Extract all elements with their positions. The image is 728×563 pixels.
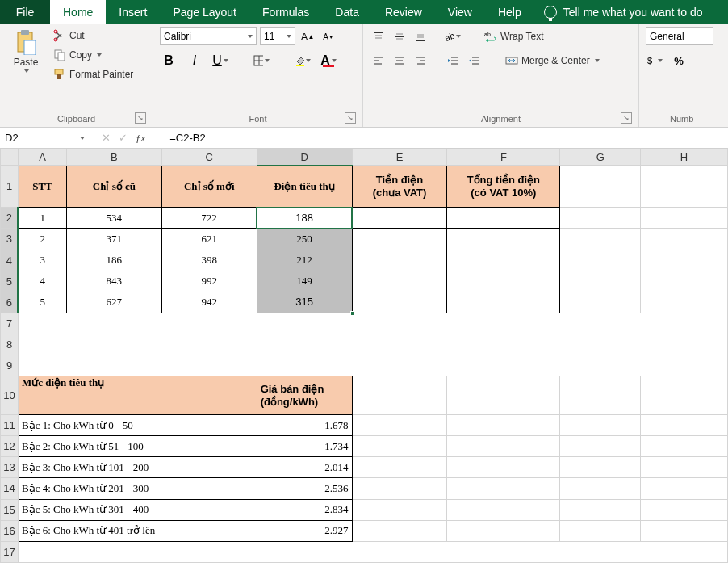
cell-A15[interactable]: Bậc 5: Cho kWh từ 301 - 400	[18, 499, 257, 520]
cell-A6[interactable]: 5	[18, 292, 66, 313]
orientation-button[interactable]: ab	[444, 27, 462, 45]
row-3[interactable]: 3	[1, 229, 19, 250]
cell-C6[interactable]: 942	[161, 292, 257, 313]
align-center-button[interactable]	[391, 52, 408, 69]
cut-button[interactable]: Cut	[50, 27, 136, 44]
cell-D15[interactable]: 2.834	[257, 499, 352, 520]
fill-color-button[interactable]	[294, 52, 312, 69]
alignment-dialog-launcher[interactable]: ↘	[621, 112, 632, 124]
cell-F6[interactable]	[447, 292, 560, 313]
cell-E4[interactable]	[352, 250, 447, 271]
font-dialog-launcher[interactable]: ↘	[345, 112, 356, 124]
tab-file[interactable]: File	[0, 0, 50, 24]
cell-A3[interactable]: 2	[18, 229, 66, 250]
percent-format-button[interactable]: %	[670, 52, 688, 69]
cell-D10[interactable]: Giá bán điện(đồng/kWh)	[257, 376, 352, 415]
align-left-button[interactable]	[370, 52, 387, 69]
enter-formula-icon[interactable]: ✓	[119, 132, 128, 144]
cell-A12[interactable]: Bậc 2: Cho kWh từ 51 - 100	[18, 436, 257, 457]
increase-font-button[interactable]: A▲	[299, 27, 316, 45]
row-14[interactable]: 14	[1, 478, 19, 499]
increase-indent-button[interactable]	[465, 52, 483, 69]
cell-H4[interactable]	[641, 250, 728, 271]
cell-A16[interactable]: Bậc 6: Cho kWh từ 401 trở lên	[18, 520, 257, 541]
cell-G1[interactable]	[560, 166, 641, 208]
cell-F1[interactable]: Tổng tiền điện(có VAT 10%)	[447, 166, 560, 208]
align-top-button[interactable]	[370, 27, 387, 45]
cell-D11[interactable]: 1.678	[257, 414, 352, 435]
bold-button[interactable]: B	[160, 52, 178, 69]
row-7[interactable]: 7	[1, 313, 19, 334]
cell-D5[interactable]: 149	[257, 271, 352, 292]
worksheet-grid[interactable]: A B C D E F G H 1 STT Chỉ số cũ Chỉ số m…	[0, 149, 728, 563]
italic-button[interactable]: I	[186, 52, 203, 69]
font-name-dropdown[interactable]: Calibri	[160, 27, 257, 45]
tab-view[interactable]: View	[435, 0, 485, 24]
row-6[interactable]: 6	[1, 292, 19, 313]
cell-A1[interactable]: STT	[18, 166, 66, 208]
cell-E5[interactable]	[352, 271, 447, 292]
align-middle-button[interactable]	[391, 27, 408, 45]
cell-F3[interactable]	[447, 229, 560, 250]
cell-G6[interactable]	[560, 292, 641, 313]
cell-B4[interactable]: 186	[66, 250, 161, 271]
column-headers[interactable]: A B C D E F G H	[1, 149, 728, 166]
tab-data[interactable]: Data	[322, 0, 372, 24]
cell-B1[interactable]: Chỉ số cũ	[66, 166, 161, 208]
accounting-format-button[interactable]: $	[646, 52, 663, 69]
select-all-corner[interactable]	[1, 149, 19, 166]
cell-G3[interactable]	[560, 229, 641, 250]
cancel-formula-icon[interactable]: ✕	[102, 132, 111, 144]
cell-B3[interactable]: 371	[66, 229, 161, 250]
row-4[interactable]: 4	[1, 250, 19, 271]
format-painter-button[interactable]: Format Painter	[50, 66, 136, 82]
cell-D16[interactable]: 2.927	[257, 520, 352, 541]
cell-E1[interactable]: Tiền điện(chưa VAT)	[352, 166, 447, 208]
cell-A14[interactable]: Bậc 4: Cho kWh từ 201 - 300	[18, 478, 257, 499]
tab-review[interactable]: Review	[372, 0, 435, 24]
row-9[interactable]: 9	[1, 355, 19, 376]
cell-C1[interactable]: Chỉ số mới	[161, 166, 257, 208]
copy-button[interactable]: Copy	[50, 47, 136, 63]
cell-D4[interactable]: 212	[257, 250, 352, 271]
cell-D2[interactable]: 188	[257, 208, 352, 229]
cell-D6[interactable]: 315	[257, 292, 352, 313]
cell-A13[interactable]: Bậc 3: Cho kWh từ 101 - 200	[18, 457, 257, 478]
row-12[interactable]: 12	[1, 436, 19, 457]
cell-F2[interactable]	[447, 208, 560, 229]
cell-H3[interactable]	[641, 229, 728, 250]
cell-E6[interactable]	[352, 292, 447, 313]
font-size-dropdown[interactable]: 11	[260, 27, 295, 45]
cell-H5[interactable]	[641, 271, 728, 292]
cell-F5[interactable]	[447, 271, 560, 292]
cell-B5[interactable]: 843	[66, 271, 161, 292]
cell-E3[interactable]	[352, 229, 447, 250]
align-right-button[interactable]	[412, 52, 429, 69]
merge-center-button[interactable]: Merge & Center	[502, 53, 603, 68]
row-11[interactable]: 11	[1, 414, 19, 435]
row-5[interactable]: 5	[1, 271, 19, 292]
cell-F4[interactable]	[447, 250, 560, 271]
row-2[interactable]: 2	[1, 208, 19, 229]
row-13[interactable]: 13	[1, 457, 19, 478]
font-color-button[interactable]: A	[320, 52, 337, 69]
tell-me[interactable]: Tell me what you want to do	[534, 0, 703, 24]
name-box[interactable]: D2	[0, 128, 90, 148]
cell-G4[interactable]	[560, 250, 641, 271]
cell-C5[interactable]: 992	[161, 271, 257, 292]
cell-H6[interactable]	[641, 292, 728, 313]
cell-A4[interactable]: 3	[18, 250, 66, 271]
cell-D3[interactable]: 250	[257, 229, 352, 250]
cell-H2[interactable]	[641, 208, 728, 229]
cell-D1[interactable]: Điện tiêu thụ	[257, 166, 352, 208]
cell-A2[interactable]: 1	[18, 208, 66, 229]
cell-A11[interactable]: Bậc 1: Cho kWh từ 0 - 50	[18, 414, 257, 435]
borders-button[interactable]	[253, 52, 270, 69]
cell-A5[interactable]: 4	[18, 271, 66, 292]
fx-icon[interactable]: ƒx	[136, 132, 145, 145]
row-10[interactable]: 10	[1, 376, 19, 415]
row-17[interactable]: 17	[1, 541, 19, 562]
row-15[interactable]: 15	[1, 499, 19, 520]
wrap-text-button[interactable]: ab Wrap Text	[481, 29, 547, 44]
cell-B6[interactable]: 627	[66, 292, 161, 313]
